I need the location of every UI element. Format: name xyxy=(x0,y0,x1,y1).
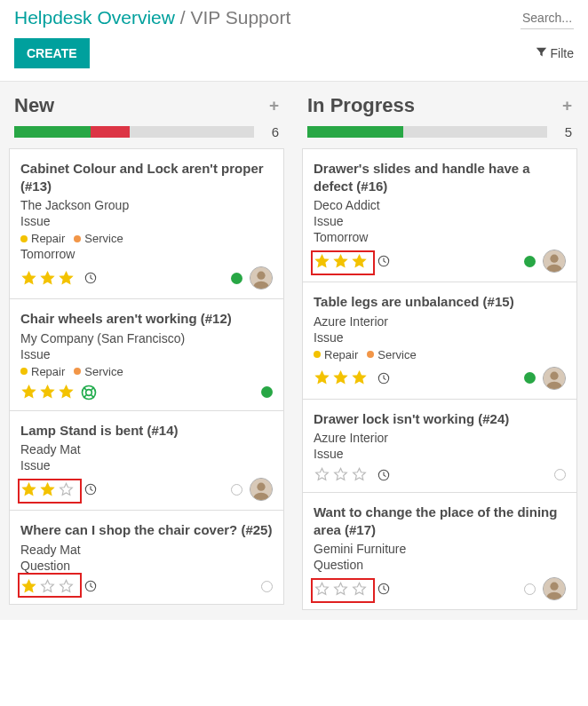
priority-stars[interactable] xyxy=(20,578,75,595)
priority-stars[interactable] xyxy=(314,581,368,598)
star-icon[interactable] xyxy=(351,581,368,598)
status-dot[interactable] xyxy=(261,386,273,398)
card-customer: The Jackson Group xyxy=(20,198,273,212)
clock-icon[interactable] xyxy=(80,482,98,496)
kanban-card[interactable]: Cabinet Colour and Lock aren't proper (#… xyxy=(9,148,284,299)
svg-point-7 xyxy=(257,483,265,491)
filters-button[interactable]: Filte xyxy=(536,46,574,60)
star-icon[interactable] xyxy=(351,369,368,386)
star-icon[interactable] xyxy=(351,466,368,483)
card-type: Issue xyxy=(20,214,273,228)
tag-dot-icon xyxy=(74,368,81,375)
search-input[interactable] xyxy=(520,7,574,29)
kanban-card[interactable]: Chair wheels aren't working (#12)My Comp… xyxy=(9,298,284,411)
star-icon[interactable] xyxy=(332,466,349,483)
star-icon[interactable] xyxy=(332,253,349,270)
priority-stars[interactable] xyxy=(314,369,368,386)
tag-dot-icon xyxy=(314,351,321,358)
tag[interactable]: Service xyxy=(74,232,123,245)
card-due: Tomorrow xyxy=(314,230,566,244)
tag[interactable]: Service xyxy=(367,348,416,361)
clock-icon[interactable] xyxy=(373,582,391,596)
card-title: Drawer lock isn't working (#24) xyxy=(314,410,566,428)
priority-stars[interactable] xyxy=(20,270,75,287)
card-type: Issue xyxy=(20,458,273,472)
star-icon[interactable] xyxy=(332,369,349,386)
column-progress[interactable] xyxy=(14,126,254,138)
card-type: Question xyxy=(20,559,273,573)
card-type: Issue xyxy=(314,214,566,228)
star-icon[interactable] xyxy=(39,384,56,401)
tag-dot-icon xyxy=(20,368,28,375)
status-dot[interactable] xyxy=(231,273,242,284)
add-card-button[interactable]: + xyxy=(562,96,572,115)
card-title: Want to change the place of the dining a… xyxy=(314,504,566,538)
star-icon[interactable] xyxy=(39,481,56,498)
card-title: Chair wheels aren't working (#12) xyxy=(20,310,273,328)
priority-stars[interactable] xyxy=(20,481,75,498)
clock-icon[interactable] xyxy=(373,468,391,482)
kanban-card[interactable]: Want to change the place of the dining a… xyxy=(302,492,577,610)
star-icon[interactable] xyxy=(39,578,56,595)
star-icon[interactable] xyxy=(20,270,37,287)
star-icon[interactable] xyxy=(58,578,75,595)
priority-stars[interactable] xyxy=(20,384,75,401)
kanban-card[interactable]: Drawer lock isn't working (#24)Azure Int… xyxy=(302,399,577,494)
status-dot[interactable] xyxy=(524,583,536,595)
card-customer: Gemini Furniture xyxy=(314,542,566,556)
status-dot[interactable] xyxy=(524,372,536,384)
star-icon[interactable] xyxy=(314,466,330,483)
kanban-card[interactable]: Where can I shop the chair cover? (#25)R… xyxy=(9,510,284,605)
create-button[interactable]: CREATE xyxy=(14,38,90,68)
assignee-avatar[interactable] xyxy=(250,478,273,501)
priority-stars[interactable] xyxy=(314,253,368,270)
lifebuoy-icon[interactable] xyxy=(80,384,98,401)
card-customer: Ready Mat xyxy=(20,442,273,456)
star-icon[interactable] xyxy=(314,369,330,386)
tag[interactable]: Repair xyxy=(314,348,358,361)
svg-point-14 xyxy=(550,371,558,379)
star-icon[interactable] xyxy=(58,384,75,401)
card-tags: RepairService xyxy=(20,232,273,245)
star-icon[interactable] xyxy=(20,384,37,401)
column-progress[interactable] xyxy=(307,126,547,138)
clock-icon[interactable] xyxy=(373,254,391,268)
star-icon[interactable] xyxy=(20,481,37,498)
tag[interactable]: Repair xyxy=(20,232,65,245)
clock-icon[interactable] xyxy=(373,371,391,385)
status-dot[interactable] xyxy=(524,256,536,267)
column-title: New xyxy=(14,94,54,117)
tag[interactable]: Repair xyxy=(20,365,65,378)
star-icon[interactable] xyxy=(58,481,75,498)
column-title: In Progress xyxy=(307,94,415,117)
status-dot[interactable] xyxy=(231,484,242,496)
card-customer: Azure Interior xyxy=(314,431,566,445)
card-due: Tomorrow xyxy=(20,247,273,261)
star-icon[interactable] xyxy=(314,253,330,270)
tag-label: Service xyxy=(84,232,123,245)
assignee-avatar[interactable] xyxy=(250,266,273,290)
star-icon[interactable] xyxy=(314,581,330,598)
status-dot[interactable] xyxy=(261,581,273,592)
tag-dot-icon xyxy=(74,235,81,242)
kanban-card[interactable]: Drawer's slides and handle have a defect… xyxy=(302,148,577,282)
card-type: Issue xyxy=(314,447,566,461)
star-icon[interactable] xyxy=(351,253,368,270)
star-icon[interactable] xyxy=(58,270,75,287)
assignee-avatar[interactable] xyxy=(543,250,566,273)
star-icon[interactable] xyxy=(20,578,37,595)
breadcrumb-sep: / xyxy=(180,7,186,28)
tag[interactable]: Service xyxy=(74,365,123,378)
kanban-card[interactable]: Table legs are unbalanced (#15)Azure Int… xyxy=(302,282,577,400)
breadcrumb-root[interactable]: Helpdesk Overview xyxy=(14,7,175,28)
add-card-button[interactable]: + xyxy=(269,96,279,115)
kanban-card[interactable]: Lamp Stand is bent (#14)Ready MatIssue xyxy=(9,410,284,512)
assignee-avatar[interactable] xyxy=(543,577,566,600)
clock-icon[interactable] xyxy=(80,579,98,593)
star-icon[interactable] xyxy=(39,270,56,287)
priority-stars[interactable] xyxy=(314,466,368,483)
status-dot[interactable] xyxy=(554,469,566,480)
star-icon[interactable] xyxy=(332,581,349,598)
assignee-avatar[interactable] xyxy=(543,367,566,390)
clock-icon[interactable] xyxy=(80,271,98,285)
